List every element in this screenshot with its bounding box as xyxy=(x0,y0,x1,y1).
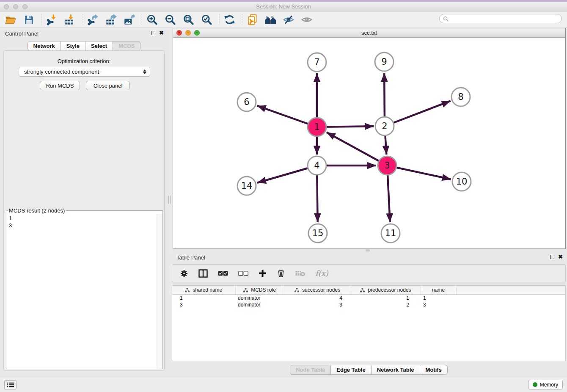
zoom-in-button[interactable] xyxy=(146,14,158,26)
clone-network-button[interactable] xyxy=(246,14,259,26)
network-canvas[interactable]: 7968124314101511 xyxy=(173,38,565,248)
delete-table-button[interactable] xyxy=(295,267,305,280)
import-table-button[interactable] xyxy=(63,14,76,26)
table-cell[interactable]: dominator xyxy=(235,295,284,302)
tab-motifs[interactable]: Motifs xyxy=(420,365,448,375)
graph-node-11[interactable]: 11 xyxy=(381,224,400,243)
column-header-name[interactable]: name xyxy=(421,286,456,295)
show-graphics-details-button[interactable] xyxy=(300,14,313,26)
result-scrollbar[interactable] xyxy=(156,214,162,369)
list-icon xyxy=(7,382,14,388)
zoom-fit-button[interactable] xyxy=(182,14,195,26)
graph-node-8[interactable]: 8 xyxy=(451,88,470,106)
export-network-button[interactable] xyxy=(86,14,99,26)
column-header-label: shared name xyxy=(193,287,222,293)
refresh-button[interactable] xyxy=(223,14,236,26)
tab-mcds[interactable]: MCDS xyxy=(113,41,140,51)
table-cell[interactable]: 3 xyxy=(421,301,456,308)
delete-column-button[interactable] xyxy=(277,267,285,280)
table-cell[interactable]: dominator xyxy=(235,301,284,308)
checked-boxes-icon xyxy=(218,271,228,276)
graph-node-4[interactable]: 4 xyxy=(308,156,326,175)
table-cell[interactable]: 4 xyxy=(284,295,351,302)
open-folder-icon xyxy=(5,14,16,25)
window-zoom-button[interactable] xyxy=(22,4,28,9)
graph-node-3[interactable]: 3 xyxy=(378,156,396,175)
criterion-dropdown[interactable]: strongly connected component xyxy=(19,67,150,77)
table-cell[interactable]: 1 xyxy=(421,295,456,302)
table-row[interactable]: 1dominator411 xyxy=(172,295,565,302)
table-cell[interactable]: 2 xyxy=(351,301,421,308)
control-panel-tabs: NetworkStyleSelectMCDS xyxy=(0,41,168,51)
memory-button[interactable]: Memory xyxy=(528,380,563,389)
network-maximize-button[interactable]: + xyxy=(194,30,200,36)
import-network-button[interactable] xyxy=(45,14,58,26)
window-close-button[interactable] xyxy=(4,4,9,9)
graph-node-label: 10 xyxy=(456,177,468,187)
network-close-button[interactable]: ✕ xyxy=(176,30,182,36)
table-cell[interactable]: 3 xyxy=(284,301,351,308)
task-history-button[interactable] xyxy=(4,380,17,389)
table-cell[interactable]: 3 xyxy=(172,301,235,308)
mcds-result-text[interactable]: 1 3 xyxy=(6,214,156,369)
graph-node-9[interactable]: 9 xyxy=(375,52,394,71)
graph-node-2[interactable]: 2 xyxy=(375,117,394,135)
hide-graphics-details-button[interactable] xyxy=(282,14,295,26)
tab-node-table[interactable]: Node Table xyxy=(290,365,331,375)
zoom-fit-icon xyxy=(183,14,194,25)
table-cell[interactable]: 1 xyxy=(351,295,421,302)
search-field[interactable] xyxy=(439,14,562,23)
float-panel-icon[interactable] xyxy=(151,31,155,35)
select-all-checkboxes-button[interactable] xyxy=(218,267,228,280)
column-header-MCDS-role[interactable]: MCDS role xyxy=(235,286,284,295)
zoom-selected-button[interactable] xyxy=(200,14,213,26)
add-column-button[interactable] xyxy=(259,267,267,280)
column-header-successor-nodes[interactable]: successor nodes xyxy=(284,286,351,295)
graph-node-7[interactable]: 7 xyxy=(308,53,326,72)
float-panel-icon[interactable] xyxy=(550,255,554,259)
graph-edge-3-1[interactable] xyxy=(327,132,387,166)
column-header-predecessor-nodes[interactable]: predecessor nodes xyxy=(351,286,421,295)
graph-node-1[interactable]: 1 xyxy=(308,118,326,136)
tab-edge-table[interactable]: Edge Table xyxy=(331,365,371,375)
export-image-button[interactable] xyxy=(123,14,135,26)
graph-node-6[interactable]: 6 xyxy=(237,93,256,111)
graph-node-label: 6 xyxy=(244,97,249,107)
search-input[interactable] xyxy=(451,15,561,22)
tab-select[interactable]: Select xyxy=(85,41,113,51)
close-panel-icon[interactable]: ✖ xyxy=(159,30,164,35)
zoom-out-button[interactable] xyxy=(164,14,176,26)
tab-network[interactable]: Network xyxy=(28,41,61,51)
window-minimize-button[interactable] xyxy=(13,4,18,9)
deselect-all-checkboxes-button[interactable] xyxy=(238,267,248,280)
export-table-button[interactable] xyxy=(105,14,117,26)
close-panel-button[interactable]: Close panel xyxy=(86,81,130,90)
graph-node-10[interactable]: 10 xyxy=(452,172,471,191)
node-table-grid[interactable]: shared nameMCDS rolesuccessor nodesprede… xyxy=(172,286,565,308)
table-row[interactable]: 3dominator323 xyxy=(172,301,565,308)
open-session-button[interactable] xyxy=(4,14,17,26)
tab-style[interactable]: Style xyxy=(61,41,85,51)
houses-button[interactable] xyxy=(264,14,277,26)
vertical-splitter-handle[interactable] xyxy=(168,196,171,204)
zoom-in-icon xyxy=(146,14,158,25)
column-header-shared-name[interactable]: shared name xyxy=(172,286,235,295)
horizontal-splitter-handle[interactable] xyxy=(366,249,370,251)
column-type-icon xyxy=(295,288,299,293)
optimization-criterion-label: Optimization criterion: xyxy=(0,58,168,64)
function-builder-button[interactable]: f(x) xyxy=(315,267,328,280)
memory-status-dot-icon xyxy=(533,382,537,387)
tab-network-table[interactable]: Network Table xyxy=(372,365,420,375)
table-cell[interactable]: 1 xyxy=(172,295,235,302)
run-mcds-button[interactable]: Run MCDS xyxy=(40,81,80,90)
table-body: 1dominator4113dominator323 xyxy=(172,295,565,309)
graph-node-15[interactable]: 15 xyxy=(308,224,327,243)
graph-node-14[interactable]: 14 xyxy=(237,177,256,195)
network-minimize-button[interactable]: – xyxy=(185,30,191,36)
toolbar-divider xyxy=(41,14,42,26)
save-session-button[interactable] xyxy=(22,14,35,26)
graph-edge-2-8[interactable] xyxy=(385,101,451,126)
close-panel-icon[interactable]: ✖ xyxy=(558,254,563,259)
split-columns-button[interactable] xyxy=(198,267,208,280)
gear-button[interactable] xyxy=(180,267,188,280)
